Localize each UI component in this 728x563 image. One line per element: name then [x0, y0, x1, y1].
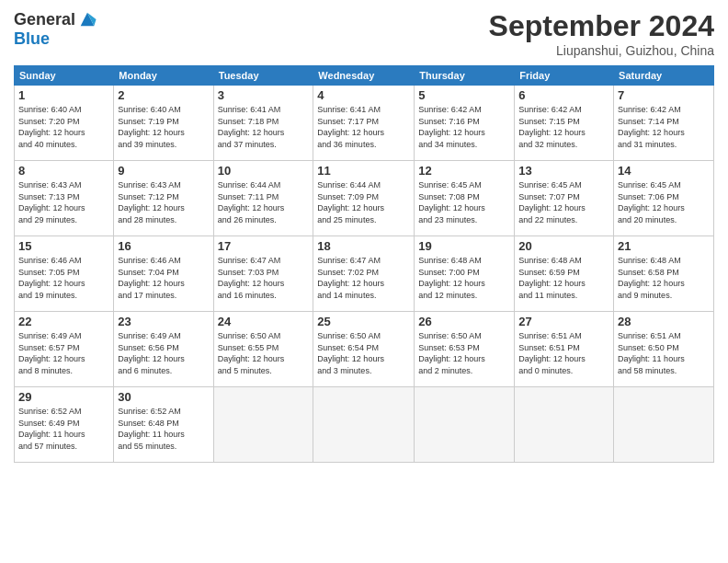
title-area: September 2024 Liupanshui, Guizhou, Chin…	[489, 9, 714, 58]
table-cell: 2Sunrise: 6:40 AMSunset: 7:19 PMDaylight…	[114, 86, 213, 161]
table-cell: 25Sunrise: 6:50 AMSunset: 6:54 PMDayligh…	[313, 312, 415, 387]
table-cell: 6Sunrise: 6:42 AMSunset: 7:15 PMDaylight…	[515, 86, 614, 161]
table-cell: 15Sunrise: 6:46 AMSunset: 7:05 PMDayligh…	[15, 236, 114, 312]
table-cell: 21Sunrise: 6:48 AMSunset: 6:58 PMDayligh…	[614, 236, 714, 312]
table-cell: 19Sunrise: 6:48 AMSunset: 7:00 PMDayligh…	[415, 236, 515, 312]
table-cell: 18Sunrise: 6:47 AMSunset: 7:02 PMDayligh…	[313, 236, 415, 312]
table-cell: 3Sunrise: 6:41 AMSunset: 7:18 PMDaylight…	[213, 86, 313, 161]
table-cell: 30Sunrise: 6:52 AMSunset: 6:48 PMDayligh…	[114, 387, 213, 463]
table-cell: 26Sunrise: 6:50 AMSunset: 6:53 PMDayligh…	[415, 312, 515, 387]
table-cell: 5Sunrise: 6:42 AMSunset: 7:16 PMDaylight…	[415, 86, 515, 161]
table-cell: 20Sunrise: 6:48 AMSunset: 6:59 PMDayligh…	[515, 236, 614, 312]
table-cell: 28Sunrise: 6:51 AMSunset: 6:50 PMDayligh…	[614, 312, 714, 387]
table-cell: 10Sunrise: 6:44 AMSunset: 7:11 PMDayligh…	[213, 161, 313, 236]
table-cell	[313, 387, 415, 463]
table-cell: 12Sunrise: 6:45 AMSunset: 7:08 PMDayligh…	[415, 161, 515, 236]
table-cell	[213, 387, 313, 463]
table-cell: 1Sunrise: 6:40 AMSunset: 7:20 PMDaylight…	[15, 86, 114, 161]
col-monday: Monday	[114, 66, 213, 86]
table-cell: 27Sunrise: 6:51 AMSunset: 6:51 PMDayligh…	[515, 312, 614, 387]
col-tuesday: Tuesday	[213, 66, 313, 86]
table-cell: 8Sunrise: 6:43 AMSunset: 7:13 PMDaylight…	[15, 161, 114, 236]
table-cell: 11Sunrise: 6:44 AMSunset: 7:09 PMDayligh…	[313, 161, 415, 236]
calendar-table: Sunday Monday Tuesday Wednesday Thursday…	[14, 65, 714, 463]
page-container: General Blue September 2024 Liupanshui, …	[0, 0, 728, 472]
table-cell: 17Sunrise: 6:47 AMSunset: 7:03 PMDayligh…	[213, 236, 313, 312]
month-title: September 2024	[489, 9, 714, 43]
table-cell: 22Sunrise: 6:49 AMSunset: 6:57 PMDayligh…	[15, 312, 114, 387]
logo: General Blue	[14, 9, 97, 49]
location-subtitle: Liupanshui, Guizhou, China	[489, 43, 714, 58]
logo-blue-text: Blue	[14, 29, 50, 48]
col-friday: Friday	[515, 66, 614, 86]
col-wednesday: Wednesday	[313, 66, 415, 86]
table-cell: 14Sunrise: 6:45 AMSunset: 7:06 PMDayligh…	[614, 161, 714, 236]
table-cell: 23Sunrise: 6:49 AMSunset: 6:56 PMDayligh…	[114, 312, 213, 387]
calendar-header-row: Sunday Monday Tuesday Wednesday Thursday…	[15, 66, 714, 86]
table-cell: 7Sunrise: 6:42 AMSunset: 7:14 PMDaylight…	[614, 86, 714, 161]
table-cell: 24Sunrise: 6:50 AMSunset: 6:55 PMDayligh…	[213, 312, 313, 387]
col-saturday: Saturday	[614, 66, 714, 86]
logo-general-text: General	[14, 10, 75, 29]
col-thursday: Thursday	[415, 66, 515, 86]
table-cell	[614, 387, 714, 463]
table-cell: 4Sunrise: 6:41 AMSunset: 7:17 PMDaylight…	[313, 86, 415, 161]
table-cell	[515, 387, 614, 463]
table-cell: 9Sunrise: 6:43 AMSunset: 7:12 PMDaylight…	[114, 161, 213, 236]
table-cell: 13Sunrise: 6:45 AMSunset: 7:07 PMDayligh…	[515, 161, 614, 236]
header: General Blue September 2024 Liupanshui, …	[14, 9, 714, 58]
table-cell: 29Sunrise: 6:52 AMSunset: 6:49 PMDayligh…	[15, 387, 114, 463]
table-cell: 16Sunrise: 6:46 AMSunset: 7:04 PMDayligh…	[114, 236, 213, 312]
col-sunday: Sunday	[15, 66, 114, 86]
logo-icon	[77, 9, 97, 29]
table-cell	[415, 387, 515, 463]
